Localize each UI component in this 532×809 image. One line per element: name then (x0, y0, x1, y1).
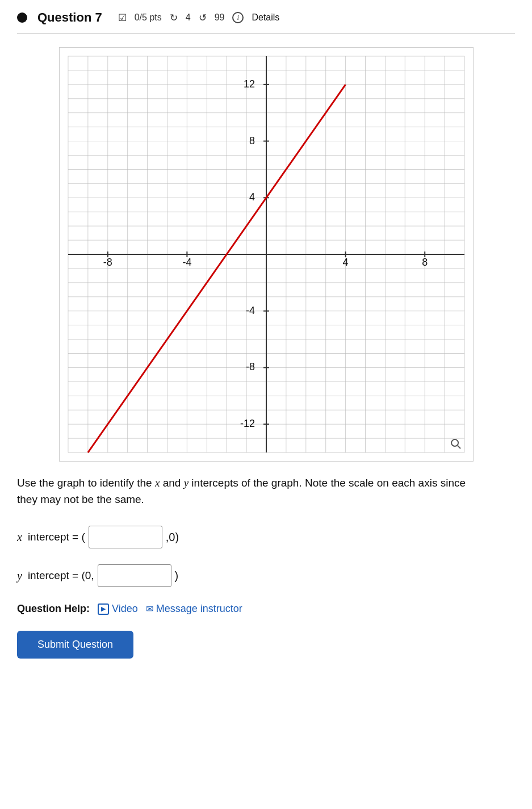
video-help-link[interactable]: ▶ Video (98, 603, 138, 615)
undo-count: 4 (186, 12, 191, 23)
message-instructor-label: Message instructor (156, 603, 242, 615)
undo-icon: ↻ (170, 12, 178, 24)
svg-text:-4: -4 (246, 305, 255, 316)
svg-text:4: 4 (342, 257, 348, 268)
y-intercept-prefix: intercept = (0, (28, 569, 94, 582)
svg-text:-4: -4 (182, 257, 191, 268)
y-intercept-var: y (17, 569, 22, 582)
mail-icon: ✉ (146, 603, 153, 614)
y-intercept-suffix: ) (175, 569, 179, 582)
question-help-label: Question Help: (17, 603, 90, 615)
redo-count: 99 (215, 12, 225, 23)
x-intercept-suffix: ,0) (166, 531, 179, 544)
svg-text:-8: -8 (246, 361, 255, 372)
svg-text:8: 8 (249, 135, 255, 146)
video-label: Video (112, 603, 138, 615)
question-dot (17, 12, 27, 23)
info-icon[interactable]: i (232, 12, 244, 23)
question-header: Question 7 ☑ 0/5 pts ↻ 4 ↺ 99 i Details (17, 0, 515, 33)
y-intercept-input[interactable] (98, 564, 171, 587)
svg-text:12: 12 (244, 78, 255, 90)
redo-icon: ↺ (199, 12, 207, 24)
y-intercept-row: y intercept = (0, ) (17, 564, 515, 587)
checkbox-icon: ☑ (118, 12, 127, 24)
svg-text:4: 4 (249, 191, 255, 203)
details-link[interactable]: Details (252, 12, 279, 23)
graph-wrapper: -8 -4 4 8 12 8 4 -4 -8 -12 (17, 47, 515, 462)
svg-point-73 (451, 439, 458, 446)
zoom-icon[interactable] (451, 439, 460, 448)
svg-line-74 (458, 446, 460, 448)
message-instructor-link[interactable]: ✉ Message instructor (146, 603, 242, 615)
pts-label: 0/5 pts (135, 12, 162, 23)
question-help-row: Question Help: ▶ Video ✉ Message instruc… (17, 603, 515, 615)
header-meta: ☑ 0/5 pts ↻ 4 ↺ 99 i Details (118, 12, 280, 24)
x-intercept-input[interactable] (89, 526, 162, 548)
submit-button[interactable]: Submit Question (17, 631, 133, 659)
svg-text:-12: -12 (240, 418, 255, 429)
x-intercept-var: x (17, 531, 22, 544)
question-title: Question 7 (37, 10, 102, 25)
x-intercept-prefix: intercept = ( (28, 531, 85, 543)
x-intercept-row: x intercept = ( ,0) (17, 526, 515, 548)
svg-text:-8: -8 (103, 257, 112, 268)
play-icon: ▶ (98, 603, 109, 615)
question-text: Use the graph to identify the x and y in… (17, 475, 483, 508)
svg-text:8: 8 (422, 257, 428, 268)
graph-svg: -8 -4 4 8 12 8 4 -4 -8 -12 (59, 47, 474, 462)
